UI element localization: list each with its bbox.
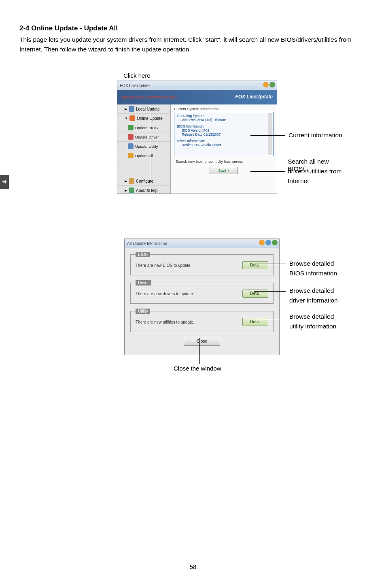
callout-search-line2: drivers/utilities from	[288, 168, 342, 175]
window-title: FOX LiveUpdate	[120, 83, 150, 88]
driver-legend: Dirver	[136, 280, 151, 285]
callout-bios-line2: BIOS information	[289, 270, 337, 277]
sidebar-item-update-driver[interactable]: Update Driver	[117, 132, 170, 142]
window-titlebar: FOX LiveUpdate	[117, 81, 277, 90]
intro-paragraph: This page lets you update your system dr…	[19, 35, 367, 54]
minimize-icon[interactable]	[259, 240, 265, 245]
bios-date: Release Date:01/13/2007	[177, 132, 271, 136]
sidebar-item-update-utility[interactable]: Update Utility	[117, 142, 170, 151]
chip-icon	[128, 125, 134, 130]
section-title: 2-4 Online Update - Update All	[19, 24, 367, 32]
sidebar-item-configure[interactable]: ▶ Configure	[117, 177, 170, 186]
current-info-label: Current System Information	[174, 107, 274, 111]
callout-bios-line1: Browse detailed	[289, 260, 334, 267]
driver-detail-button[interactable]: Detail	[242, 290, 268, 298]
globe-icon	[129, 115, 135, 121]
callout-search-line3: Internet	[288, 177, 309, 185]
sidebar-item-about[interactable]: ▶ About&Help	[117, 186, 170, 195]
bios-group: BIOS There are new BIOS to update. Detai…	[130, 252, 274, 275]
fox-liveupdate-window: FOX LiveUpdate Stronger,Faster and More …	[117, 81, 277, 194]
search-label: Search new bios, driver, utilty from ser…	[176, 160, 274, 164]
driver-label: Driver Information:	[177, 139, 271, 143]
sidebar-label: Update BIOS	[135, 126, 158, 130]
callout-line-driver-detail	[254, 291, 286, 292]
utility-group: Utility There are new utilities to updat…	[130, 309, 274, 332]
callout-utility-line1: Browse detailed	[289, 313, 334, 320]
bios-label: BIOS Information:	[177, 124, 271, 128]
main-panel: Current System Information Operating Sys…	[171, 104, 277, 194]
driver-message: There are new drivers to update.	[136, 292, 194, 296]
app-banner: Stronger,Faster and More Powerful FOX Li…	[117, 90, 277, 104]
close-button[interactable]: Close	[184, 337, 220, 346]
gear-icon	[129, 178, 134, 184]
close-icon[interactable]	[272, 240, 278, 245]
callout-driver-line2: driver information	[289, 297, 338, 304]
callout-line-utility-detail	[254, 319, 286, 319]
start-button[interactable]: Start >	[210, 167, 238, 174]
disk-icon	[129, 106, 134, 112]
os-value: Windows Vista (TM) Ultimate	[177, 118, 271, 122]
dialog-titlebar: All Update Information	[125, 239, 279, 248]
click-here-label: Click here	[123, 72, 343, 79]
all-update-information-window: All Update Information BIOS There are ne…	[124, 239, 280, 355]
os-label: Operating System:	[177, 114, 271, 118]
sidebar-label: Online Update	[137, 116, 163, 121]
sidebar-item-local-update[interactable]: ▶ Local Update	[117, 104, 170, 114]
bios-version: BIOS Version:P01	[177, 128, 271, 132]
sidebar-item-update-bios[interactable]: Update BIOS	[117, 123, 170, 132]
driver-icon	[128, 134, 134, 140]
callout-line-start	[250, 171, 285, 172]
utility-legend: Utility	[136, 309, 150, 314]
close-icon[interactable]	[269, 82, 275, 87]
sidebar-label: Update All	[135, 153, 153, 158]
utility-detail-button[interactable]: Detail	[242, 318, 268, 326]
callout-line-current-info	[250, 135, 285, 136]
page-number: 58	[0, 563, 386, 570]
driver-value: Realtek HDA Audio Driver	[177, 143, 271, 147]
sidebar: ▶ Local Update ▼ Online Update Update BI…	[117, 104, 171, 194]
sidebar-label: Local Update	[136, 107, 160, 111]
sidebar-item-online-update[interactable]: ▼ Online Update	[117, 114, 170, 123]
system-info-box: Operating System: Windows Vista (TM) Ult…	[174, 112, 274, 156]
all-icon	[128, 153, 134, 158]
dialog-title: All Update Information	[127, 241, 167, 246]
help-icon	[129, 187, 134, 193]
scrollbar[interactable]	[268, 113, 272, 155]
callout-utility-line2: utility information	[289, 323, 336, 330]
sidebar-label: Update Utility	[135, 144, 158, 149]
bios-detail-button[interactable]: Detail	[242, 261, 268, 269]
maximize-icon[interactable]	[265, 240, 271, 245]
minimize-icon[interactable]	[263, 82, 269, 87]
utility-message: There are new utilities to update.	[136, 320, 194, 324]
close-pointer-line	[199, 338, 200, 364]
driver-group: Dirver There are new drivers to update. …	[130, 280, 274, 304]
chapter-tab: 4	[0, 175, 9, 189]
bios-legend: BIOS	[136, 252, 150, 257]
callout-current-info: Current information	[288, 132, 342, 139]
sidebar-label: About&Help	[136, 188, 157, 193]
sidebar-label: Update Driver	[135, 135, 159, 139]
close-caption: Close the window	[174, 365, 221, 372]
sidebar-item-update-all[interactable]: Update All	[117, 151, 170, 160]
banner-tagline: Stronger,Faster and More Powerful	[121, 95, 177, 99]
callout-line-bios-detail	[254, 264, 286, 264]
bios-message: There are new BIOS to update.	[136, 263, 191, 268]
callout-driver-line1: Browse detailed	[289, 287, 334, 294]
banner-logo: FOX LiveUpdate	[235, 94, 273, 100]
utility-icon	[128, 143, 134, 149]
